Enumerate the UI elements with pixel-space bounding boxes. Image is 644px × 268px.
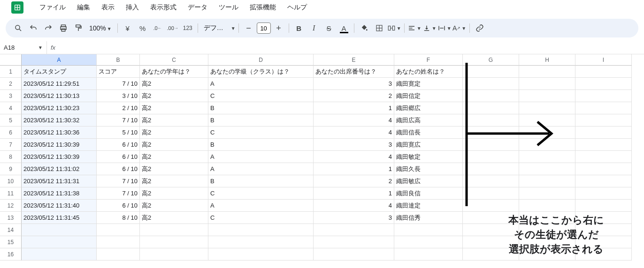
- col-header-B[interactable]: B: [97, 54, 140, 66]
- row-header-7[interactable]: 7: [0, 139, 22, 151]
- cell-H6[interactable]: [519, 127, 575, 139]
- cell-C8[interactable]: 高2: [140, 151, 208, 163]
- cell-C1[interactable]: あなたの学年は？: [140, 66, 208, 78]
- cell-G8[interactable]: [463, 151, 519, 163]
- borders-button[interactable]: [372, 21, 386, 35]
- cell-G4[interactable]: [463, 102, 519, 114]
- cell-F5[interactable]: 織田広高: [394, 114, 463, 127]
- col-header-F[interactable]: F: [394, 54, 463, 66]
- cell-F8[interactable]: 織田敏定: [394, 151, 463, 163]
- cell-A3[interactable]: 2023/05/12 11:30:13: [22, 90, 97, 102]
- insert-link-button[interactable]: [473, 21, 487, 35]
- cell-I10[interactable]: [575, 175, 632, 187]
- cell-G2[interactable]: [463, 78, 519, 90]
- cell-H13[interactable]: [519, 212, 575, 224]
- cell-C13[interactable]: 高2: [140, 212, 208, 224]
- cell-B8[interactable]: 6 / 10: [97, 151, 140, 163]
- cell-F2[interactable]: 織田寛定: [394, 78, 463, 90]
- cell-A6[interactable]: 2023/05/12 11:30:36: [22, 127, 97, 139]
- cell-G9[interactable]: [463, 163, 519, 175]
- cell-E14[interactable]: [314, 224, 394, 236]
- cell-D1[interactable]: あなたの学級（クラス）は？: [208, 66, 314, 78]
- cell-I15[interactable]: [575, 236, 632, 248]
- cell-H1[interactable]: [519, 66, 575, 78]
- print-icon[interactable]: [56, 21, 70, 35]
- row-header-10[interactable]: 10: [0, 175, 22, 187]
- cell-B5[interactable]: 7 / 10: [97, 114, 140, 127]
- cell-G11[interactable]: [463, 187, 519, 200]
- cell-F1[interactable]: あなたの姓名は？: [394, 66, 463, 78]
- cell-E2[interactable]: 3: [314, 78, 394, 90]
- cell-B9[interactable]: 6 / 10: [97, 163, 140, 175]
- cell-D15[interactable]: [208, 236, 314, 248]
- cell-E6[interactable]: 4: [314, 127, 394, 139]
- text-color-button[interactable]: A: [337, 21, 351, 35]
- undo-icon[interactable]: [26, 21, 40, 35]
- cell-A12[interactable]: 2023/05/12 11:31:40: [22, 200, 97, 212]
- cell-C12[interactable]: 高2: [140, 200, 208, 212]
- cell-I4[interactable]: [575, 102, 632, 114]
- cell-C7[interactable]: 高2: [140, 139, 208, 151]
- cell-F9[interactable]: 織田久長: [394, 163, 463, 175]
- col-header-E[interactable]: E: [314, 54, 394, 66]
- cell-F6[interactable]: 織田信長: [394, 127, 463, 139]
- cell-E1[interactable]: あなたの出席番号は？: [314, 66, 394, 78]
- cell-G1[interactable]: [463, 66, 519, 78]
- cell-C16[interactable]: [140, 248, 208, 261]
- number-format-button[interactable]: 123: [181, 21, 195, 35]
- cell-H8[interactable]: [519, 151, 575, 163]
- cell-D13[interactable]: C: [208, 212, 314, 224]
- cell-D6[interactable]: C: [208, 127, 314, 139]
- cell-I8[interactable]: [575, 151, 632, 163]
- cell-B16[interactable]: [97, 248, 140, 261]
- cell-B10[interactable]: 7 / 10: [97, 175, 140, 187]
- cell-D9[interactable]: A: [208, 163, 314, 175]
- cell-H10[interactable]: [519, 175, 575, 187]
- cell-F13[interactable]: 織田信秀: [394, 212, 463, 224]
- cell-G5[interactable]: [463, 114, 519, 127]
- cell-I2[interactable]: [575, 78, 632, 90]
- name-box[interactable]: A18▼: [0, 41, 47, 54]
- cell-E8[interactable]: 4: [314, 151, 394, 163]
- cell-A13[interactable]: 2023/05/12 11:31:45: [22, 212, 97, 224]
- cell-D16[interactable]: [208, 248, 314, 261]
- decrease-font-size-button[interactable]: −: [242, 21, 256, 35]
- cell-B15[interactable]: [97, 236, 140, 248]
- cell-F7[interactable]: 織田寛広: [394, 139, 463, 151]
- cell-I5[interactable]: [575, 114, 632, 127]
- text-rotation-button[interactable]: A↗▼: [452, 21, 467, 35]
- cell-E11[interactable]: 1: [314, 187, 394, 200]
- strikethrough-button[interactable]: S: [322, 21, 336, 35]
- cell-C10[interactable]: 高2: [140, 175, 208, 187]
- row-header-2[interactable]: 2: [0, 78, 22, 90]
- redo-icon[interactable]: [41, 21, 55, 35]
- row-header-8[interactable]: 8: [0, 151, 22, 163]
- cell-E13[interactable]: 3: [314, 212, 394, 224]
- cell-G6[interactable]: [463, 127, 519, 139]
- cell-I14[interactable]: [575, 224, 632, 236]
- cell-A4[interactable]: 2023/05/12 11:30:23: [22, 102, 97, 114]
- cell-E9[interactable]: 1: [314, 163, 394, 175]
- paint-format-icon[interactable]: [71, 21, 85, 35]
- menu-0[interactable]: ファイル: [35, 1, 70, 14]
- cell-A8[interactable]: 2023/05/12 11:30:39: [22, 151, 97, 163]
- cell-I13[interactable]: [575, 212, 632, 224]
- cell-A14[interactable]: [22, 224, 97, 236]
- cell-H3[interactable]: [519, 90, 575, 102]
- zoom-dropdown[interactable]: 100%▼: [86, 24, 115, 32]
- row-header-11[interactable]: 11: [0, 187, 22, 200]
- cell-F10[interactable]: 織田敏広: [394, 175, 463, 187]
- cell-G7[interactable]: [463, 139, 519, 151]
- cell-H4[interactable]: [519, 102, 575, 114]
- cell-B11[interactable]: 7 / 10: [97, 187, 140, 200]
- cell-C5[interactable]: 高2: [140, 114, 208, 127]
- cell-D14[interactable]: [208, 224, 314, 236]
- cell-C3[interactable]: 高2: [140, 90, 208, 102]
- row-header-15[interactable]: 15: [0, 236, 22, 248]
- cell-B4[interactable]: 2 / 10: [97, 102, 140, 114]
- cell-G10[interactable]: [463, 175, 519, 187]
- cell-H9[interactable]: [519, 163, 575, 175]
- cell-F15[interactable]: [394, 236, 463, 248]
- cell-F11[interactable]: 織田良信: [394, 187, 463, 200]
- col-header-D[interactable]: D: [208, 54, 314, 66]
